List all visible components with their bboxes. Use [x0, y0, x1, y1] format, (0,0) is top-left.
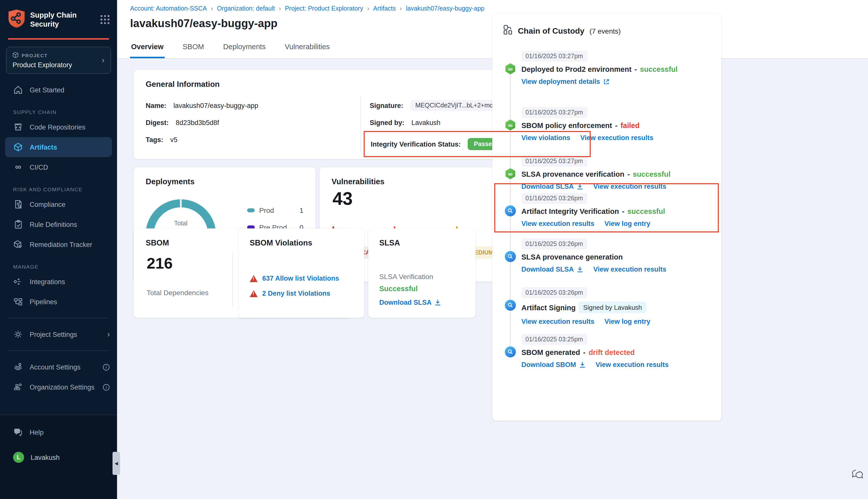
download-slsa-link[interactable]: Download SLSA — [521, 183, 583, 190]
chain-event: ∞ 01/16/2025 03:27pm SBOM policy enforce… — [504, 107, 714, 142]
signature-label: Signature: — [370, 102, 403, 109]
sidebar-item-code-repositories[interactable]: Code Repositories — [0, 117, 117, 137]
sidebar-nav: Get Started SUPPLY CHAIN Code Repositori… — [0, 80, 117, 397]
sidebar-divider — [8, 350, 109, 351]
tab-deployments[interactable]: Deployments — [222, 38, 266, 58]
event-timestamp: 01/16/2025 03:27pm — [521, 51, 587, 62]
app-logo: Supply ChainSecurity — [0, 0, 117, 36]
breadcrumb-account[interactable]: Account: Automation-SSCA — [130, 5, 207, 12]
sidebar-item-rule-definitions[interactable]: Rule Definitions — [0, 214, 117, 234]
sidebar-collapse-handle[interactable]: ◀ — [112, 452, 120, 475]
infinity-icon: ∞ — [13, 162, 23, 172]
sidebar-item-pipelines[interactable]: Pipelines — [0, 292, 117, 312]
slsa-verification-label: SLSA Verification — [379, 272, 433, 281]
deny-list-violations-link[interactable]: 2 Deny list Violations — [262, 290, 330, 297]
tab-bar: Overview SBOM Deployments Vulnerabilitie… — [130, 38, 331, 58]
document-search-icon — [13, 200, 23, 209]
pipeline-hexagon-icon: ∞ — [505, 120, 516, 131]
code-repo-icon — [13, 122, 23, 132]
app-switcher-grid-icon[interactable] — [100, 14, 110, 25]
tab-vulnerabilities[interactable]: Vulnerabilities — [284, 38, 331, 58]
sidebar-item-project-settings[interactable]: Project Settings › — [0, 324, 117, 344]
event-title: SLSA provenance verification — [521, 170, 624, 178]
view-deployment-details-link[interactable]: View deployment details — [521, 78, 609, 85]
view-execution-results-link[interactable]: View execution results — [521, 220, 594, 228]
help-chat-icon: ? — [13, 428, 23, 437]
event-timestamp: 01/16/2025 03:26pm — [521, 287, 587, 298]
nav-section-risk: RISK AND COMPLIANCE — [13, 186, 117, 192]
card-divider — [360, 97, 361, 152]
event-timestamp: 01/16/2025 03:25pm — [521, 334, 587, 345]
card-title: Deployments — [146, 177, 195, 186]
integrations-icon — [13, 277, 23, 286]
user-avatar: L — [13, 452, 24, 463]
view-execution-results-link[interactable]: View execution results — [521, 318, 594, 325]
breadcrumb-artifacts[interactable]: Artifacts — [373, 5, 396, 12]
event-timestamp: 01/16/2025 03:26pm — [521, 239, 587, 250]
download-icon — [577, 183, 583, 190]
sidebar-user[interactable]: L Lavakush — [0, 447, 117, 467]
sidebar-item-help[interactable]: ? Help — [0, 422, 117, 442]
view-log-entry-link[interactable]: View log entry — [604, 318, 651, 325]
sidebar-item-organization-settings[interactable]: Organization Settings — [0, 377, 117, 397]
breadcrumb-organization[interactable]: Organization: default — [217, 5, 275, 12]
event-timestamp: 01/16/2025 03:27pm — [521, 156, 587, 167]
chain-event: 01/16/2025 03:26pm Artifact Integrity Ve… — [504, 193, 714, 228]
brand-accent-rule — [8, 38, 109, 40]
event-status: drift detected — [589, 349, 635, 356]
signed-by-value: Lavakush — [411, 119, 441, 126]
scan-magnifier-icon — [505, 205, 516, 216]
sidebar-item-account-settings[interactable]: Account Settings — [0, 357, 117, 377]
pipelines-icon — [13, 297, 23, 306]
pipeline-hexagon-icon: ∞ — [505, 168, 516, 179]
view-execution-results-link[interactable]: View execution results — [593, 266, 666, 273]
download-slsa-link[interactable]: Download SLSA — [521, 266, 583, 273]
tab-sbom[interactable]: SBOM — [182, 38, 205, 58]
project-selector-label: PROJECT — [22, 53, 48, 58]
view-execution-results-link[interactable]: View execution results — [596, 361, 669, 368]
chain-of-custody-icon — [503, 25, 513, 37]
view-log-entry-link[interactable]: View log entry — [604, 220, 651, 228]
event-timestamp: 01/16/2025 03:27pm — [521, 107, 587, 118]
download-sbom-link[interactable]: Download SBOM — [521, 361, 586, 368]
svg-text:?: ? — [16, 429, 18, 433]
tags-value: v5 — [170, 136, 178, 144]
event-status: successful — [633, 170, 671, 178]
project-selector-value: Product Exploratory — [13, 61, 102, 69]
project-selector[interactable]: PROJECT Product Exploratory › — [6, 47, 111, 74]
legend-item-prod: Prod 1 — [247, 206, 303, 214]
warning-triangle-icon — [250, 290, 258, 297]
info-icon[interactable] — [103, 383, 110, 391]
download-slsa-link[interactable]: Download SLSA — [379, 299, 441, 306]
view-execution-results-link[interactable]: View execution results — [593, 183, 666, 190]
sidebar-item-compliance[interactable]: Compliance — [0, 194, 117, 214]
allow-list-violations-link[interactable]: 637 Allow list Violations — [262, 275, 339, 282]
event-title: SBOM policy enforcement — [521, 121, 612, 130]
chain-of-custody-title: Chain of Custody — [518, 26, 584, 35]
sidebar-item-cicd[interactable]: ∞ CI/CD — [0, 157, 117, 177]
download-icon — [577, 266, 583, 272]
sidebar-item-artifacts[interactable]: Artifacts — [5, 137, 112, 157]
support-chat-icon[interactable] — [851, 468, 865, 483]
card-title: General Information — [146, 80, 220, 89]
sidebar-item-get-started[interactable]: Get Started — [0, 80, 117, 100]
breadcrumb-current[interactable]: lavakush07/easy-buggy-app — [406, 5, 484, 12]
chevron-right-icon: › — [102, 55, 105, 65]
card-divider — [232, 253, 233, 307]
chain-of-custody-count: (7 events) — [590, 27, 621, 35]
sidebar-item-integrations[interactable]: Integrations — [0, 271, 117, 292]
vulnerabilities-total: 43 — [333, 188, 353, 209]
info-icon[interactable] — [103, 363, 110, 371]
gear-icon — [13, 330, 23, 339]
breadcrumb-project[interactable]: Project: Product Exploratory — [285, 5, 363, 12]
sidebar-item-remediation-tracker[interactable]: Remediation Tracker — [0, 234, 117, 255]
project-cube-icon — [13, 52, 19, 59]
view-execution-results-link[interactable]: View execution results — [580, 134, 653, 142]
signed-by-badge: Signed by Lavakush — [579, 302, 647, 313]
chain-event: 01/16/2025 03:25pm SBOM generated-drift … — [504, 334, 714, 368]
warning-triangle-icon — [250, 275, 258, 282]
sidebar-footer: ? Help L Lavakush — [0, 415, 117, 499]
breadcrumb-separator: › — [400, 5, 402, 12]
view-violations-link[interactable]: View violations — [521, 134, 570, 142]
tab-overview[interactable]: Overview — [130, 38, 165, 58]
